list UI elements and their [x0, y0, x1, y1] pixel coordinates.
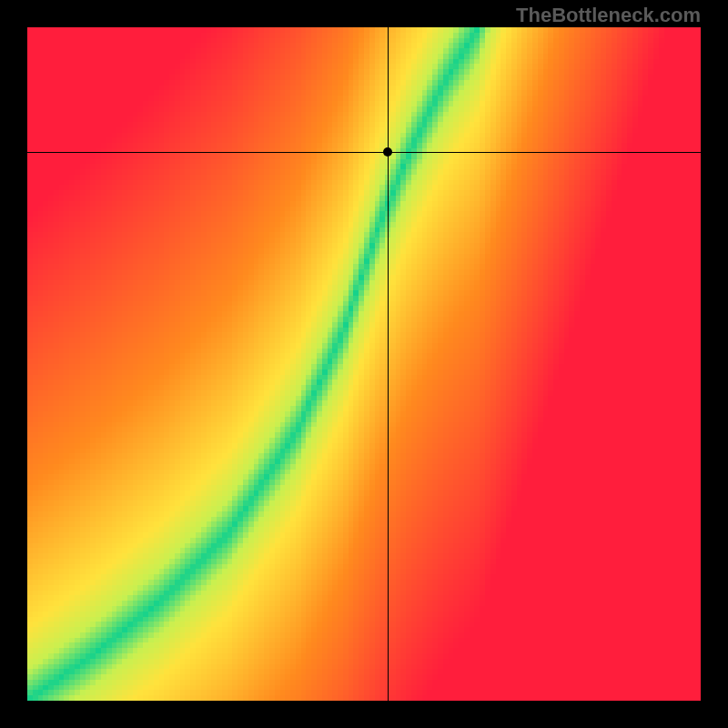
- chart-container: TheBottleneck.com: [0, 0, 728, 728]
- marker-dot: [383, 147, 392, 157]
- crosshair-horizontal: [27, 152, 701, 153]
- plot-area: [27, 27, 701, 701]
- watermark-text: TheBottleneck.com: [516, 4, 701, 27]
- heatmap-canvas: [27, 27, 701, 701]
- crosshair-vertical: [388, 27, 389, 701]
